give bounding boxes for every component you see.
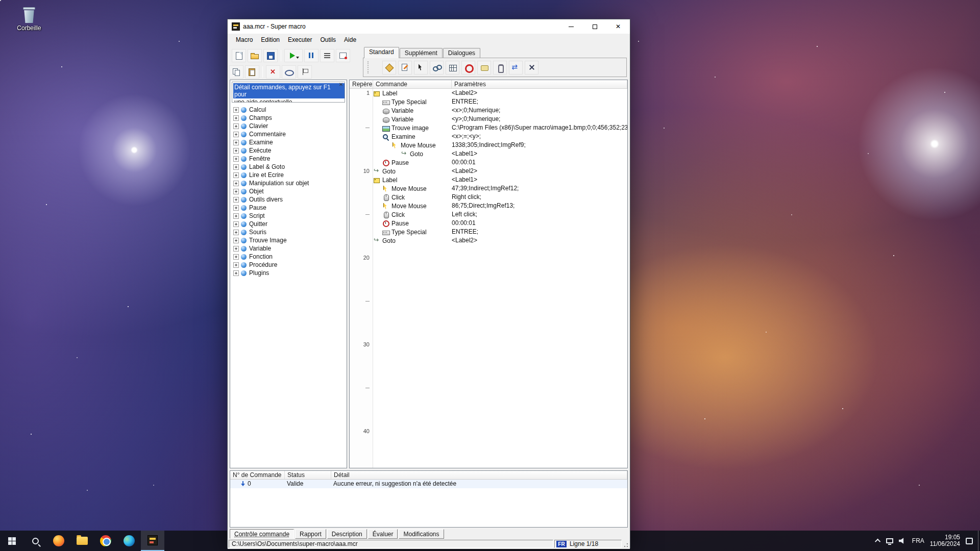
column-header-detail[interactable]: Détail <box>331 471 627 479</box>
column-header-repere[interactable]: Repère <box>350 80 373 88</box>
tree-item[interactable]: Pause <box>231 204 346 212</box>
capture-button[interactable] <box>336 49 350 62</box>
tree-item[interactable]: Variable <box>231 244 346 253</box>
menu-item-outils[interactable]: Outils <box>316 35 340 45</box>
pointer-button[interactable] <box>414 61 428 74</box>
validation-row[interactable]: 0ValideAucune erreur, ni suggestion n'a … <box>230 480 627 488</box>
pencil-button[interactable] <box>398 61 412 74</box>
explorer-taskbar-button[interactable] <box>70 531 94 551</box>
command-row[interactable]: ClickLeft click; <box>373 210 627 219</box>
expand-plus-icon[interactable] <box>233 205 239 211</box>
command-row[interactable]: Type SpecialENTREE; <box>373 97 627 106</box>
column-header-status[interactable]: Status <box>285 471 331 479</box>
column-header-parametres[interactable]: Paramètres <box>452 80 627 88</box>
volume-icon[interactable] <box>899 538 906 544</box>
tree-item[interactable]: Trouve Image <box>231 236 346 244</box>
tree-item[interactable]: Champs <box>231 114 346 122</box>
expand-plus-icon[interactable] <box>233 197 239 203</box>
tab-dialogues[interactable]: Dialogues <box>443 48 480 58</box>
show-desktop-button[interactable] <box>978 531 980 551</box>
expand-plus-icon[interactable] <box>233 123 239 129</box>
command-row[interactable]: Goto<Label1> <box>373 149 627 158</box>
command-row[interactable]: Trouve imageC:\Program Files (x86)\Super… <box>373 123 627 132</box>
clock[interactable]: 19:05 11/06/2024 <box>930 534 960 547</box>
menu-item-executer[interactable]: Executer <box>284 35 316 45</box>
paste-button[interactable] <box>245 65 259 79</box>
expand-plus-icon[interactable] <box>233 238 239 243</box>
expand-plus-icon[interactable] <box>233 189 239 194</box>
expand-plus-icon[interactable] <box>233 132 239 137</box>
start-button[interactable] <box>0 531 23 551</box>
delete-button[interactable] <box>266 65 280 79</box>
expand-plus-icon[interactable] <box>233 115 239 121</box>
loop-button[interactable] <box>282 65 296 79</box>
recycle-bin-shortcut[interactable]: Corbeille <box>11 7 47 32</box>
expand-plus-icon[interactable] <box>233 221 239 227</box>
tree-item[interactable]: Clavier <box>231 122 346 130</box>
expand-plus-icon[interactable] <box>233 140 239 145</box>
tree-item[interactable]: Lire et Ecrire <box>231 171 346 179</box>
expand-plus-icon[interactable] <box>233 213 239 219</box>
command-row[interactable]: Variable<x>;0;Numerique; <box>373 106 627 115</box>
expand-plus-icon[interactable] <box>233 156 239 162</box>
menu-item-macro[interactable]: Macro <box>232 35 257 45</box>
keyboard-language-indicator[interactable]: FRA <box>912 537 924 544</box>
link-button[interactable] <box>430 61 444 74</box>
flag-button[interactable] <box>298 65 312 79</box>
title-bar[interactable]: aaa.mcr - Super macro <box>228 19 630 34</box>
expand-plus-icon[interactable] <box>233 254 239 260</box>
command-row[interactable]: Examine<x>;=;<y>; <box>373 132 627 141</box>
clip-button[interactable] <box>493 61 507 74</box>
command-row[interactable]: Variable<y>;0;Numerique; <box>373 115 627 123</box>
open-button[interactable] <box>248 49 262 62</box>
tree-item[interactable]: Label & Goto <box>231 163 346 171</box>
tree-item[interactable]: Calcul <box>231 106 346 114</box>
command-row[interactable]: Move Mouse1338;305;Indirect;ImgRef9; <box>373 141 627 149</box>
burst-button[interactable] <box>525 61 538 74</box>
supermacro-taskbar-button[interactable] <box>141 531 164 551</box>
minimize-button[interactable] <box>559 19 583 34</box>
tree-item[interactable]: Plugins <box>231 269 346 277</box>
bottom-tab[interactable]: Contrôle commande <box>230 529 294 539</box>
grid-button[interactable] <box>446 61 459 74</box>
network-icon[interactable] <box>886 538 893 543</box>
copy-button[interactable] <box>229 65 243 79</box>
tree-item[interactable]: Outils divers <box>231 195 346 204</box>
expand-plus-icon[interactable] <box>233 164 239 170</box>
command-row[interactable]: Move Mouse86;75;Direct;ImgRef13; <box>373 202 627 210</box>
hidden-icons-chevron-icon[interactable] <box>875 539 880 544</box>
expand-plus-icon[interactable] <box>233 230 239 235</box>
expand-plus-icon[interactable] <box>233 246 239 252</box>
new-button[interactable] <box>232 49 246 62</box>
command-row[interactable]: Pause00:00:01 <box>373 158 627 167</box>
tree-item[interactable]: Commentaire <box>231 130 346 138</box>
tab-supplément[interactable]: Supplément <box>400 48 443 58</box>
help-close-icon[interactable] <box>338 82 344 88</box>
firefox-taskbar-button[interactable] <box>47 531 70 551</box>
menu-item-edition[interactable]: Edition <box>257 35 284 45</box>
expand-plus-icon[interactable] <box>233 148 239 154</box>
pause2-button[interactable] <box>304 49 318 62</box>
tree-item[interactable]: Souris <box>231 228 346 236</box>
command-row[interactable]: Move Mouse47;39;Indirect;ImgRef12; <box>373 184 627 193</box>
column-header-num-commande[interactable]: N° de Commande <box>230 471 285 479</box>
steps-button[interactable] <box>320 49 334 62</box>
command-row[interactable]: Label<Label2> <box>373 89 627 97</box>
toolbar-grip[interactable] <box>368 61 369 73</box>
bottom-tab[interactable]: Modifications <box>399 529 444 539</box>
expand-plus-icon[interactable] <box>233 181 239 186</box>
command-row[interactable]: Goto<Label2> <box>373 167 627 176</box>
tree-item[interactable]: Procédure <box>231 261 346 269</box>
tree-item[interactable]: Fonction <box>231 253 346 261</box>
tab-standard[interactable]: Standard <box>364 47 399 58</box>
save-button[interactable] <box>263 49 278 62</box>
column-header-commande[interactable]: Commande <box>373 80 452 88</box>
tree-item[interactable]: Script <box>231 212 346 220</box>
expand-plus-icon[interactable] <box>233 172 239 178</box>
expand-plus-icon[interactable] <box>233 262 239 268</box>
tree-item[interactable]: Exécute <box>231 146 346 155</box>
tree-item[interactable]: Quitter <box>231 220 346 228</box>
tree-item[interactable]: Manipulation sur objet <box>231 179 346 187</box>
command-row[interactable]: ClickRight click; <box>373 193 627 202</box>
tree-item[interactable]: Fenêtre <box>231 155 346 163</box>
